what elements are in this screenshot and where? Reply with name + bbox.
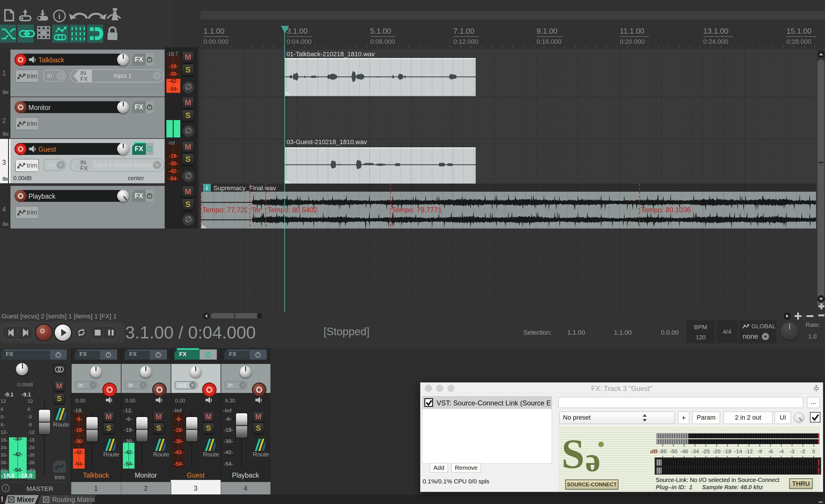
svg-text:-9: -9 xyxy=(757,448,762,454)
svg-text:-25: -25 xyxy=(702,448,710,454)
svg-text:-2: -2 xyxy=(800,448,805,454)
svg-text:-18: -18 xyxy=(723,448,731,454)
svg-text:-12: -12 xyxy=(745,448,753,454)
svg-text:dB: dB xyxy=(650,448,658,454)
svg-text:-3: -3 xyxy=(790,448,795,454)
svg-text:-4: -4 xyxy=(779,448,784,454)
svg-text:-6: -6 xyxy=(768,448,773,454)
svg-text:-20: -20 xyxy=(712,448,720,454)
svg-text:-14: -14 xyxy=(734,448,742,454)
svg-text:0: 0 xyxy=(812,448,815,454)
svg-text:-80: -80 xyxy=(659,448,666,454)
svg-text:-40: -40 xyxy=(680,448,688,454)
svg-text:-34: -34 xyxy=(691,448,699,454)
svg-text:i: i xyxy=(58,12,61,20)
svg-text:-50: -50 xyxy=(669,448,677,454)
